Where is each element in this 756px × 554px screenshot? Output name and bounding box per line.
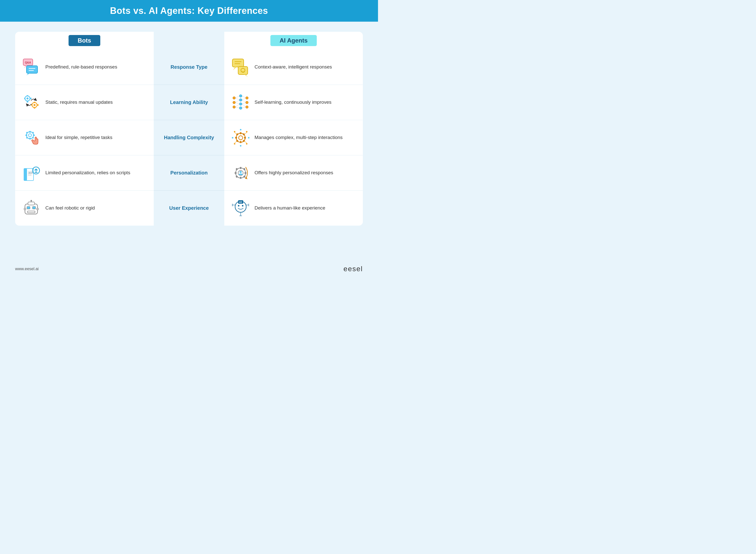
category-label-1: Response Type xyxy=(167,62,210,72)
svg-rect-41 xyxy=(27,207,30,209)
svg-rect-101 xyxy=(240,167,241,169)
center-header xyxy=(154,32,224,49)
svg-line-66 xyxy=(235,98,239,100)
bots-column: Bots Q&A Predefined, rule-b xyxy=(15,32,154,226)
svg-point-45 xyxy=(37,208,39,210)
category-label-5: User Experience xyxy=(166,203,212,214)
svg-rect-50 xyxy=(238,66,248,74)
center-column: Response Type Learning Ability Handling … xyxy=(154,32,224,226)
footer-url: www.eesel.ai xyxy=(15,267,39,271)
svg-point-88 xyxy=(246,131,247,132)
main-content: Bots Q&A Predefined, rule-b xyxy=(0,22,378,261)
svg-rect-46 xyxy=(232,59,244,67)
svg-rect-23 xyxy=(26,134,27,136)
columns-wrapper: Bots Q&A Predefined, rule-b xyxy=(15,32,363,226)
bots-text-personalization: Limited personalization, relies on scrip… xyxy=(45,169,130,176)
category-label-4: Personalization xyxy=(167,167,211,178)
svg-point-63 xyxy=(246,101,248,104)
svg-rect-38 xyxy=(28,202,35,205)
svg-line-67 xyxy=(235,100,239,103)
svg-line-97 xyxy=(235,141,237,143)
bots-icon-learning xyxy=(21,93,41,113)
svg-point-113 xyxy=(242,205,243,207)
agents-text-ux: Delivers a human-like experience xyxy=(255,205,325,212)
bots-icon-ux xyxy=(21,198,41,218)
bots-label: Bots xyxy=(68,35,100,46)
category-label-3: Handling Complexity xyxy=(161,132,217,143)
svg-line-98 xyxy=(245,141,247,143)
agents-column-header: AI Agents xyxy=(224,32,363,49)
page-title: Bots vs. AI Agents: Key Differences xyxy=(10,6,368,16)
svg-rect-12 xyxy=(27,101,28,103)
svg-point-62 xyxy=(246,97,248,99)
svg-point-55 xyxy=(233,97,235,99)
svg-point-90 xyxy=(246,143,247,145)
bots-text-learning: Static, requires manual updates xyxy=(45,99,113,106)
svg-marker-110 xyxy=(245,176,247,179)
header-bar: Bots vs. AI Agents: Key Differences xyxy=(0,0,378,22)
bots-icon-personalization: </> xyxy=(21,163,41,183)
svg-marker-47 xyxy=(233,67,237,70)
svg-rect-11 xyxy=(27,95,28,97)
svg-point-56 xyxy=(233,101,235,104)
center-row-1: Response Type xyxy=(154,49,224,85)
svg-rect-102 xyxy=(240,177,241,179)
svg-point-8 xyxy=(27,98,29,100)
agents-column: AI Agents xyxy=(224,32,363,226)
svg-point-60 xyxy=(239,103,242,105)
svg-rect-24 xyxy=(33,134,35,136)
svg-rect-83 xyxy=(236,133,238,136)
svg-text:Q&A: Q&A xyxy=(25,61,31,64)
svg-rect-3 xyxy=(27,66,38,73)
svg-rect-80 xyxy=(240,141,241,143)
svg-rect-18 xyxy=(37,104,39,106)
svg-rect-15 xyxy=(34,102,35,103)
svg-line-72 xyxy=(242,98,246,100)
agents-row-3: Manages complex, multi-step interactions xyxy=(224,120,363,155)
svg-line-96 xyxy=(245,132,247,134)
bots-text-response: Predefined, rule-based responses xyxy=(45,64,117,70)
svg-rect-28 xyxy=(32,136,34,138)
bots-icon-complexity xyxy=(21,128,41,148)
svg-rect-26 xyxy=(32,131,34,133)
center-row-2: Learning Ability xyxy=(154,85,224,120)
bots-icon-response: Q&A xyxy=(21,57,41,77)
svg-line-71 xyxy=(242,96,246,98)
center-row-5: User Experience xyxy=(154,190,224,226)
bots-column-header: Bots xyxy=(15,32,154,49)
agents-icon-response xyxy=(230,57,250,77)
svg-point-64 xyxy=(246,106,248,108)
svg-rect-21 xyxy=(29,131,31,133)
agents-label: AI Agents xyxy=(270,35,316,46)
svg-line-74 xyxy=(242,103,246,104)
agents-icon-complexity xyxy=(230,128,250,148)
agents-icon-personalization xyxy=(230,163,250,183)
svg-point-94 xyxy=(248,137,249,138)
bots-row-4: </> Limited personalization, relies on s… xyxy=(15,155,154,190)
bots-row-5: Can feel robotic or rigid xyxy=(15,190,154,226)
svg-rect-79 xyxy=(240,132,241,134)
bots-row-1: Q&A Predefined, rule-based responses xyxy=(15,49,154,85)
agents-row-2: Self-learning, continuously improves xyxy=(224,85,363,120)
svg-point-92 xyxy=(240,145,241,147)
svg-point-89 xyxy=(234,143,235,145)
center-row-4: Personalization xyxy=(154,155,224,190)
svg-rect-104 xyxy=(244,172,246,174)
bots-row-2: Static, requires manual updates xyxy=(15,85,154,120)
svg-point-58 xyxy=(239,95,242,97)
svg-rect-17 xyxy=(31,104,33,106)
svg-rect-107 xyxy=(235,175,238,178)
svg-rect-27 xyxy=(26,136,28,138)
svg-point-61 xyxy=(239,107,242,109)
svg-rect-13 xyxy=(24,98,26,99)
agents-text-response: Context-aware, intelligent responses xyxy=(255,64,332,70)
svg-line-76 xyxy=(242,107,246,108)
svg-rect-106 xyxy=(243,168,245,170)
svg-rect-81 xyxy=(235,137,237,138)
agents-text-personalization: Offers highly personalized responses xyxy=(255,169,333,176)
agents-icon-ux: AI xyxy=(230,198,250,218)
svg-point-20 xyxy=(29,134,32,137)
svg-marker-51 xyxy=(244,74,248,77)
svg-marker-6 xyxy=(27,73,30,75)
svg-line-65 xyxy=(235,96,239,98)
